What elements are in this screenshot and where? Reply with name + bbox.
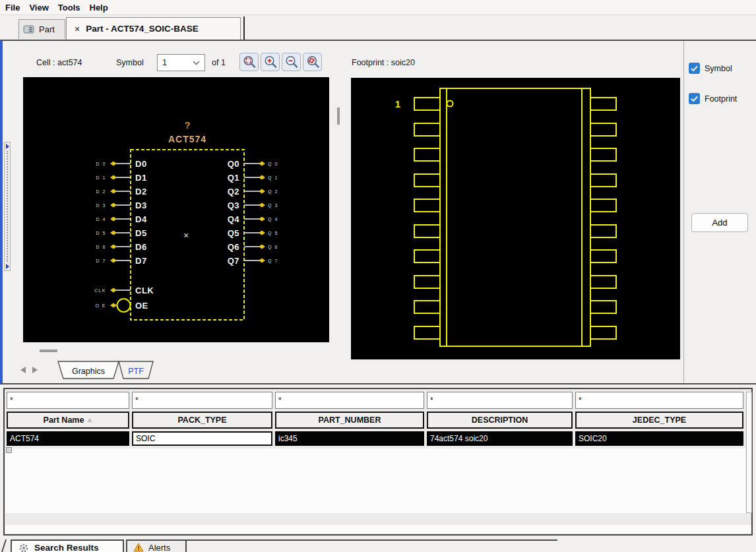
close-tab-icon[interactable]: ×: [75, 24, 80, 34]
symbol-spinner-label: Symbol: [116, 58, 144, 67]
menu-item-file[interactable]: File: [3, 1, 26, 14]
symbol-visibility-checkbox-row: Symbol: [689, 63, 732, 74]
svg-text:D1: D1: [135, 173, 147, 183]
menu-item-view[interactable]: View: [26, 1, 55, 14]
svg-text:Q 6: Q 6: [268, 245, 278, 250]
tab-part[interactable]: Part: [18, 19, 65, 39]
symbol-checkbox[interactable]: [689, 63, 700, 74]
svg-text:D 7: D 7: [96, 259, 106, 263]
column-header-description[interactable]: DESCRIPTION: [427, 412, 573, 429]
column-header-part-name[interactable]: Part Name: [7, 412, 129, 429]
zoom-fit-button[interactable]: [239, 53, 259, 71]
symbol-hscroll-thumb[interactable]: [40, 350, 57, 352]
tab-edge-divider: [243, 16, 245, 40]
svg-text:D 3: D 3: [96, 203, 106, 208]
svg-text:Q 5: Q 5: [268, 231, 278, 236]
svg-text:Q6: Q6: [228, 242, 239, 252]
zoom-out-button[interactable]: [282, 53, 301, 71]
footprint-pad-left: [414, 199, 440, 212]
svg-text:Q0: Q0: [228, 159, 239, 169]
footprint-pad-right: [590, 174, 616, 187]
table-cell-jedec-type[interactable]: SOIC20: [575, 431, 743, 446]
svg-text:OE: OE: [135, 301, 148, 311]
footprint-pad-left: [414, 148, 440, 161]
svg-text:CLK: CLK: [135, 286, 154, 295]
zoom-out-icon: [284, 55, 299, 69]
filter-input-jedec-type[interactable]: [575, 392, 743, 409]
add-button[interactable]: Add: [691, 213, 748, 232]
footprint-pad-right: [590, 148, 616, 161]
svg-text:Q 2: Q 2: [268, 189, 278, 195]
sheet-tab-prev-arrow[interactable]: [20, 367, 26, 373]
search-results-table: Part NamePACK_TYPEPART_NUMBERDESCRIPTION…: [3, 388, 753, 536]
table-cell-pack-type[interactable]: SOIC: [132, 431, 272, 446]
panel-splitter-handle[interactable]: [4, 142, 11, 271]
sheet-tab-strip: Graphics PTF: [53, 361, 205, 381]
splitter-expand-icon: [6, 144, 9, 149]
footprint-pad-left: [414, 174, 440, 187]
table-vscroll-track[interactable]: [746, 392, 752, 513]
menu-item-help[interactable]: Help: [87, 1, 115, 14]
menu-item-tools[interactable]: Tools: [55, 1, 87, 14]
footprint-pad-left: [414, 326, 440, 339]
column-header-label: Part Name: [44, 415, 84, 425]
tab-ptf-label: PTF: [128, 367, 144, 376]
sort-ascending-icon: [87, 418, 92, 422]
symbol-number-value: 1: [162, 58, 167, 67]
table-hscroll-track[interactable]: [5, 525, 751, 533]
svg-text:CLK: CLK: [94, 288, 106, 293]
svg-text:Q7: Q7: [228, 256, 239, 266]
footprint-pad-right: [590, 326, 616, 339]
symbol-graphics-canvas[interactable]: ? ACT574 × D 0D0D 1D1D 2D2D 3D3D 4D4D 5D…: [23, 77, 329, 342]
symbol-number-select[interactable]: 1: [157, 54, 205, 71]
zoom-window-button[interactable]: [303, 53, 322, 71]
part-viewer-panel: Cell : act574 Symbol 1 of 1: [0, 40, 756, 384]
filter-input-part-number[interactable]: [275, 392, 424, 409]
symbol-vscroll-thumb[interactable]: [337, 107, 340, 125]
sheet-tab-next-arrow[interactable]: [32, 367, 38, 373]
panel-accent-stripe: [0, 41, 3, 383]
footprint-graphics-canvas[interactable]: 1: [351, 78, 680, 359]
svg-text:Q 4: Q 4: [268, 217, 278, 222]
footprint-checkbox[interactable]: [689, 93, 700, 104]
svg-text:D0: D0: [135, 159, 147, 169]
column-header-jedec-type[interactable]: JEDEC_TYPE: [575, 412, 743, 429]
svg-text:D 2: D 2: [96, 189, 106, 194]
symbol-pin-Q1: Q 1Q1: [228, 173, 278, 183]
filter-input-description[interactable]: [427, 392, 573, 409]
footprint-pad-right: [590, 225, 616, 237]
filter-input-pack-type[interactable]: [132, 392, 272, 409]
svg-text:Q2: Q2: [228, 187, 239, 197]
tab-graphics-label: Graphics: [72, 367, 105, 376]
table-cell-part-name[interactable]: ACT574: [7, 431, 129, 446]
footprint-pad-left: [414, 301, 440, 313]
column-header-pack-type[interactable]: PACK_TYPE: [132, 412, 272, 429]
check-icon: [691, 96, 698, 102]
row-resize-grip[interactable]: [6, 447, 12, 453]
footprint-pad-left: [414, 225, 440, 237]
footprint-name-label: Footprint : soic20: [352, 58, 415, 67]
footprint-pad-right: [590, 123, 616, 136]
filter-input-part-name[interactable]: [7, 392, 129, 409]
table-cell-description[interactable]: 74act574 soic20: [427, 431, 573, 446]
svg-text:Q 7: Q 7: [268, 259, 278, 264]
symbol-pin-Q0: Q 0Q0: [228, 159, 278, 169]
symbol-pin-Q5: Q 5Q5: [228, 228, 278, 238]
svg-text:Q 1: Q 1: [268, 175, 278, 181]
zoom-in-icon: [263, 55, 278, 69]
tab-alerts-label: Alerts: [148, 543, 170, 552]
svg-text:D 4: D 4: [96, 217, 106, 222]
column-header-label: JEDEC_TYPE: [633, 415, 686, 425]
symbol-pin-Q3: Q 3Q3: [228, 200, 278, 210]
tab-search-results[interactable]: Search Results: [11, 539, 124, 552]
column-header-part-number[interactable]: PART_NUMBER: [275, 412, 424, 429]
table-cell-part-number[interactable]: ic345: [275, 431, 424, 446]
footprint-pad-right: [590, 301, 616, 313]
footprint-pad-right: [590, 199, 616, 212]
tab-alerts[interactable]: Alerts: [126, 539, 187, 552]
footprint-pad-left: [414, 276, 440, 288]
footprint-pad-right: [590, 276, 616, 288]
footprint-pad-right: [590, 98, 616, 110]
zoom-in-button[interactable]: [261, 53, 280, 71]
tab-part-act574-soic-base[interactable]: × Part - ACT574_SOIC-BASE: [66, 17, 241, 40]
